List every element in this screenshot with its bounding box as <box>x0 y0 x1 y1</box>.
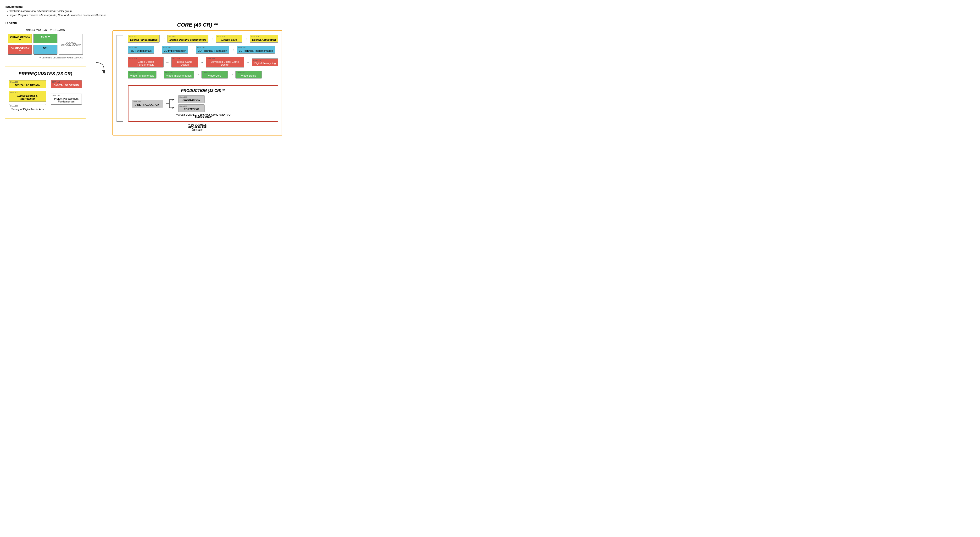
main-layout: LEGEND DMA CERTIFICATE PROGRAMS VISUAL D… <box>5 22 282 135</box>
prereq-course-dma100: DMA 100 Survey of Digital Media Arts <box>9 104 46 112</box>
course-code-dma102: DMA 102 <box>10 91 18 94</box>
core-row-3d: DMA 216 3D Fundamentals → DMA 217 3D Imp… <box>128 46 278 54</box>
production-inner: DMA 288 PRE-PRODUCTION <box>132 95 274 112</box>
code-dma249: DMA 249 <box>237 72 245 74</box>
prereq-course-dma105: DMA 105 Project Management Fundamentals <box>51 94 82 105</box>
prereq-content: DMA 103 DIGITAL 2D DESIGN DMA 102 Digita… <box>9 80 82 115</box>
arrow-7: → <box>165 61 169 64</box>
course-dma293: DMA 293 PORTFOLIO <box>178 104 205 112</box>
prereq-course-dma113: DMA 113 DIGITAL 3D DESIGN <box>51 80 82 88</box>
legend-film: FILM ** <box>33 34 57 43</box>
code-dma226: DMA 226 <box>172 58 180 60</box>
legend-game-design: GAME DESIGN ** <box>8 45 32 54</box>
code-dma293: DMA 293 <box>180 105 187 107</box>
code-dma248: DMA 248 <box>203 72 210 74</box>
code-dma247: DMA 247 <box>165 72 173 74</box>
code-dma225: DMA 225 <box>129 58 137 60</box>
legend-degree-only: DEGREE PROGRAM ONLY <box>59 34 83 54</box>
req-item-2: - Degree Program requires all Prerequisi… <box>5 14 107 16</box>
arrow-10: → <box>158 73 162 76</box>
course-dma203: DMA203 Motion Design Fundamentals <box>167 35 208 43</box>
svg-marker-5 <box>172 99 174 100</box>
course-dma226: DMA 226 Digital Game Design <box>171 57 198 67</box>
legend-3d: 3D** <box>33 45 57 54</box>
course-dma248: DMA 248 Video Core <box>202 71 228 78</box>
arrow-12: → <box>230 73 234 76</box>
course-dma205: DMA 205 Design Application <box>250 35 278 43</box>
legend-grid: VISUAL DESIGN ** FILM ** GAME DESIGN ** … <box>8 34 83 54</box>
prereq-to-core-arrow-svg <box>93 60 105 75</box>
code-dma203: DMA203 <box>169 36 176 38</box>
production-title: PRODUCTION (12 CR) ** <box>132 89 274 93</box>
prereq-right: DMA 113 DIGITAL 3D DESIGN DMA 105 Projec… <box>51 80 82 115</box>
core-row-design: DMA 202 Design Fundamentals → DMA203 Mot… <box>128 35 278 43</box>
code-dma228: DMA228 <box>253 59 261 61</box>
production-footnote: ** MUST COMPLETE 30 CR OF CORE PRIOR TOE… <box>132 113 274 119</box>
prereq-course-dma103: DMA 103 DIGITAL 2D DESIGN <box>9 80 46 88</box>
prereq-left: DMA 103 DIGITAL 2D DESIGN DMA 102 Digita… <box>9 80 46 115</box>
code-dma204: DMA 204 <box>217 36 225 38</box>
code-dma218: DMA 218 <box>197 47 205 49</box>
core-footnote: ** 3/4 COURSESREQUIRED FORDEGREE <box>116 124 278 131</box>
right-panel: CORE (40 CR) ** DMA 202 Design Fundament… <box>113 22 282 135</box>
arrow-2: → <box>210 37 214 41</box>
course-dma217: DMA 217 3D Implementation <box>162 46 188 54</box>
requirements-heading: Requirements: <box>5 5 23 8</box>
code-dma202: DMA 202 <box>129 36 137 38</box>
code-dma246: DMA 246 <box>129 72 137 74</box>
course-dma216: DMA 216 3D Fundamentals <box>128 46 154 54</box>
arrow-11: → <box>196 73 200 76</box>
arrow-4: → <box>156 48 160 52</box>
prerequisites-section: PREREQUISITES (23 CR) DMA 103 DIGITAL 2D… <box>5 67 86 118</box>
legend-box: DMA CERTIFICATE PROGRAMS VISUAL DESIGN *… <box>5 26 86 61</box>
prereq-course-dma102: DMA 102 Digital Design & Storytelling <box>9 91 46 102</box>
core-title: CORE (40 CR) ** <box>113 22 282 28</box>
core-row-game: DMA 225 Game Design Fundamentals → DMA 2… <box>128 57 278 67</box>
legend-label: LEGEND <box>5 22 86 25</box>
requirements-section: Requirements: - Certificates require onl… <box>5 5 282 18</box>
code-dma219: DMA 219 <box>238 47 246 49</box>
production-branch-svg <box>166 95 175 112</box>
course-code-dma100: DMA 100 <box>10 105 18 107</box>
course-dma218: DMA 218 3D Technical Foundation <box>196 46 229 54</box>
legend-title: DMA CERTIFICATE PROGRAMS <box>8 29 83 31</box>
core-gray-border <box>116 35 123 122</box>
code-dma205: DMA 205 <box>251 36 259 38</box>
course-dma247: DMA 247 Video Implementation <box>164 71 194 78</box>
arrow-9: → <box>246 61 250 64</box>
code-dma288: DMA 288 <box>133 100 141 103</box>
legend-footnote: ** DENOTES DEGREE EMPHASIS TRACKS <box>8 56 83 59</box>
course-code-dma113: DMA 113 <box>52 81 60 83</box>
prereq-title: PREREQUISITES (23 CR) <box>9 71 82 76</box>
left-panel: LEGEND DMA CERTIFICATE PROGRAMS VISUAL D… <box>5 22 86 118</box>
production-section: PRODUCTION (12 CR) ** DMA 288 PRE-PRODUC… <box>128 85 278 122</box>
course-dma289: DMA 289 PRODUCTION <box>178 95 205 103</box>
code-dma216: DMA 216 <box>129 47 137 49</box>
course-dma246: DMA 246 Video Fundamentals <box>128 71 156 78</box>
course-dma227: DMA 227 Advanced Digital Game Design <box>206 57 244 67</box>
arrow-6: → <box>231 48 235 52</box>
course-dma249: DMA 249 Video Studio <box>235 71 262 78</box>
svg-marker-6 <box>172 107 174 109</box>
core-row-video: DMA 246 Video Fundamentals → DMA 247 Vid… <box>128 71 278 78</box>
course-pre-production: DMA 288 PRE-PRODUCTION <box>132 100 163 107</box>
course-dma219: DMA 219 3D Technical Implementation <box>237 46 275 54</box>
course-dma225: DMA 225 Game Design Fundamentals <box>128 57 164 67</box>
req-item-1: - Certificates require only all courses … <box>5 10 72 13</box>
arrow-3: → <box>244 37 248 41</box>
core-rows: DMA 202 Design Fundamentals → DMA203 Mot… <box>128 35 278 122</box>
core-orange-border: DMA 202 Design Fundamentals → DMA203 Mot… <box>113 30 282 135</box>
course-code-dma105: DMA 105 <box>52 94 60 97</box>
legend-visual-design: VISUAL DESIGN ** <box>8 34 32 43</box>
prereq-to-core-arrow-container <box>93 60 105 75</box>
course-dma202: DMA 202 Design Fundamentals <box>128 35 159 43</box>
legend-certificates: VISUAL DESIGN ** FILM ** GAME DESIGN ** … <box>8 34 57 54</box>
arrow-5: → <box>190 48 194 52</box>
arrow-1: → <box>162 37 165 41</box>
code-dma227: DMA 227 <box>207 58 215 60</box>
course-dma228: DMA228 Digital Prototyping <box>252 58 278 66</box>
core-with-left-border: DMA 202 Design Fundamentals → DMA203 Mot… <box>116 35 278 122</box>
production-branches: DMA 289 PRODUCTION DMA 293 PORTFOLIO <box>178 95 205 112</box>
arrow-8: → <box>200 61 204 64</box>
course-dma204: DMA 204 Design Core <box>216 35 242 43</box>
